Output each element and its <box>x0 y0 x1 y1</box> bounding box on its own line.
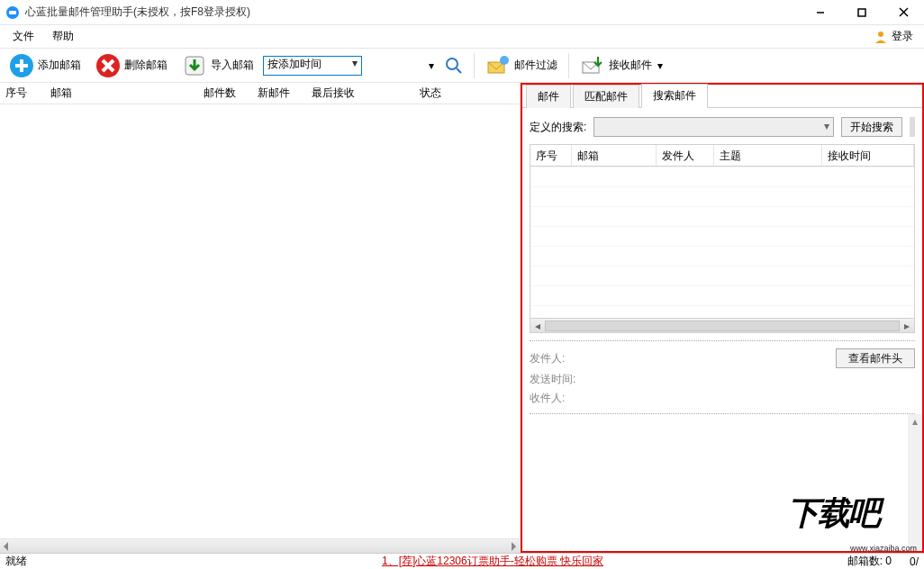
chevron-down-icon: ▾ <box>352 57 358 69</box>
svg-rect-1 <box>9 11 16 14</box>
sendtime-label: 发送时间: <box>530 372 585 387</box>
rcol-seq[interactable]: 序号 <box>530 145 572 166</box>
sort-dropdown-arrow[interactable]: ▾ <box>429 59 436 72</box>
status-ready: 就绪 <box>5 554 27 569</box>
close-icon <box>899 7 909 17</box>
plus-icon <box>9 53 34 78</box>
results-body[interactable] <box>530 167 914 318</box>
mail-preview-area[interactable]: ▴ <box>522 414 922 551</box>
menu-file[interactable]: 文件 <box>4 26 43 47</box>
mail-detail-fields: 发件人: 查看邮件头 发送时间: 收件人: <box>530 340 915 408</box>
login-label: 登录 <box>892 29 913 44</box>
svg-point-6 <box>878 32 883 37</box>
search-row: 定义的搜索: ▾ 开始搜索 <box>522 108 922 144</box>
mail-filter-label: 邮件过滤 <box>514 58 557 73</box>
minimize-icon <box>816 8 825 17</box>
results-header: 序号 邮箱 发件人 主题 接收时间 <box>530 145 914 167</box>
mail-filter-button[interactable]: 邮件过滤 <box>480 51 563 80</box>
app-icon <box>5 5 20 20</box>
status-partial: 0/ <box>910 555 919 568</box>
login-button[interactable]: 登录 <box>866 26 920 47</box>
defined-search-select[interactable]: ▾ <box>593 117 834 137</box>
import-icon <box>182 53 207 78</box>
tab-match-mail[interactable]: 匹配邮件 <box>573 85 639 108</box>
mail-detail-pane: 邮件 匹配邮件 搜索邮件 定义的搜索: ▾ 开始搜索 序号 邮箱 发件人 主题 … <box>521 83 924 553</box>
add-mailbox-label: 添加邮箱 <box>38 58 81 73</box>
tab-search-mail[interactable]: 搜索邮件 <box>641 84 708 108</box>
col-newmail[interactable]: 新邮件 <box>252 86 306 101</box>
mailbox-h-scrollbar[interactable] <box>0 538 520 553</box>
col-lastrecv[interactable]: 最后接收 <box>306 86 414 101</box>
window-controls <box>800 0 924 25</box>
toolbar-separator-2 <box>568 53 569 78</box>
preview-v-scrollbar[interactable]: ▴ <box>908 414 922 551</box>
status-promo-link[interactable]: 1、[荐]心蓝12306订票助手-轻松购票 快乐回家 <box>382 554 603 569</box>
detail-recipient-row: 收件人: <box>530 389 915 408</box>
receive-mail-button[interactable]: 接收邮件 ▾ <box>575 51 668 80</box>
mailbox-table-header: 序号 邮箱 邮件数 新邮件 最后接收 状态 <box>0 83 520 104</box>
rcol-recvtime[interactable]: 接收时间 <box>822 145 914 166</box>
col-status[interactable]: 状态 <box>414 86 520 101</box>
menubar: 文件 帮助 登录 <box>0 25 924 49</box>
status-mailbox-count: 邮箱数: 0 <box>847 554 892 569</box>
rcol-subject[interactable]: 主题 <box>714 145 822 166</box>
detail-tabs: 邮件 匹配邮件 搜索邮件 <box>522 85 922 108</box>
start-search-button[interactable]: 开始搜索 <box>841 117 902 137</box>
defined-search-label: 定义的搜索: <box>530 120 586 135</box>
maximize-button[interactable] <box>841 0 883 25</box>
detail-sender-row: 发件人: 查看邮件头 <box>530 347 915 370</box>
add-mailbox-button[interactable]: 添加邮箱 <box>4 51 86 80</box>
scroll-track <box>545 321 900 331</box>
results-h-scrollbar[interactable]: ◂ ▸ <box>530 318 914 332</box>
import-mailbox-button[interactable]: 导入邮箱 <box>177 51 259 80</box>
window-titlebar: 心蓝批量邮件管理助手(未授权，按F8登录授权) <box>0 0 924 25</box>
svg-line-15 <box>457 68 461 73</box>
minimize-button[interactable] <box>800 0 841 25</box>
svg-point-17 <box>500 56 509 65</box>
scroll-up-icon: ▴ <box>908 414 922 429</box>
status-bar: 就绪 1、[荐]心蓝12306订票助手-轻松购票 快乐回家 邮箱数: 0 0/ <box>0 553 924 569</box>
rcol-mailbox[interactable]: 邮箱 <box>572 145 657 166</box>
main-area: 序号 邮箱 邮件数 新邮件 最后接收 状态 邮件 匹配邮件 搜索邮件 定义的搜索… <box>0 83 924 553</box>
window-title: 心蓝批量邮件管理助手(未授权，按F8登录授权) <box>25 5 800 20</box>
menu-help[interactable]: 帮助 <box>43 26 83 47</box>
tab-mail[interactable]: 邮件 <box>526 85 571 108</box>
svg-point-14 <box>447 59 457 69</box>
sort-select[interactable]: 按添加时间 ▾ <box>263 56 362 76</box>
maximize-icon <box>857 8 866 17</box>
import-mailbox-label: 导入邮箱 <box>211 58 254 73</box>
view-mail-header-button[interactable]: 查看邮件头 <box>836 348 915 368</box>
scroll-right-icon: ▸ <box>900 320 914 332</box>
chevron-down-icon: ▾ <box>820 118 833 134</box>
col-seq[interactable]: 序号 <box>0 86 45 101</box>
sender-label: 发件人: <box>530 351 585 366</box>
search-results-table: 序号 邮箱 发件人 主题 接收时间 ◂ ▸ <box>530 144 915 333</box>
delete-mailbox-label: 删除邮箱 <box>124 58 168 73</box>
search-icon[interactable] <box>445 57 463 75</box>
rcol-sender[interactable]: 发件人 <box>657 145 714 166</box>
toolbar: 添加邮箱 删除邮箱 导入邮箱 按添加时间 ▾ ▾ 邮件过滤 接收邮件 ▾ <box>0 49 924 83</box>
scroll-left-icon: ◂ <box>530 320 545 332</box>
recipient-label: 收件人: <box>530 391 585 406</box>
receive-mail-label: 接收邮件 <box>609 58 652 73</box>
filter-icon <box>485 53 511 78</box>
delete-mailbox-button[interactable]: 删除邮箱 <box>90 51 173 80</box>
delete-icon <box>95 53 121 78</box>
toolbar-separator <box>474 53 475 78</box>
col-mailcount[interactable]: 邮件数 <box>198 86 252 101</box>
receive-icon <box>580 53 605 78</box>
user-icon <box>874 30 888 44</box>
search-strip <box>910 117 915 137</box>
mailbox-list-pane: 序号 邮箱 邮件数 新邮件 最后接收 状态 <box>0 83 521 553</box>
col-mailbox[interactable]: 邮箱 <box>45 86 198 101</box>
mailbox-table-body[interactable] <box>0 104 520 538</box>
svg-rect-3 <box>858 9 865 16</box>
detail-sendtime-row: 发送时间: <box>530 370 915 389</box>
sort-select-value: 按添加时间 <box>267 58 322 70</box>
chevron-down-icon: ▾ <box>657 59 663 72</box>
close-button[interactable] <box>883 0 924 25</box>
